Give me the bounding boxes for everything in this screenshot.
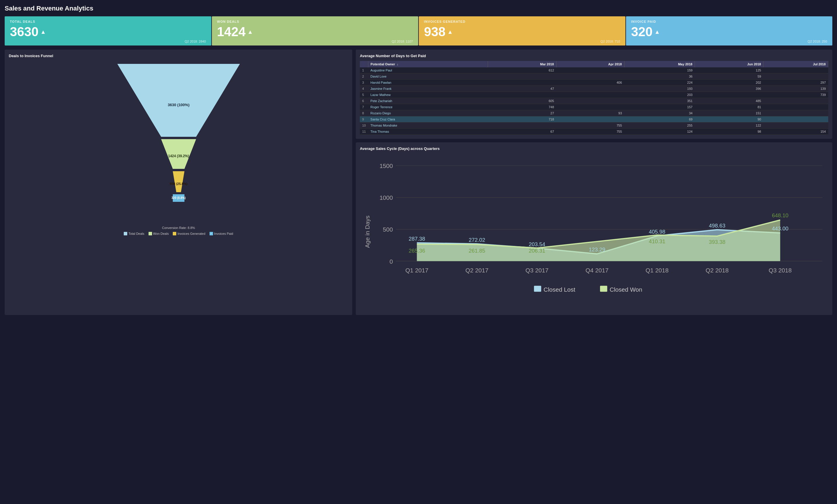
- cell-jul: 139: [763, 86, 828, 92]
- cell-jun: 151: [695, 110, 763, 116]
- legend-invoices-paid-label: Invoices Paid: [214, 232, 233, 236]
- cell-jun: 81: [695, 104, 763, 110]
- cell-name: Pete Zachariah: [368, 98, 488, 104]
- svg-text:1000: 1000: [380, 194, 393, 201]
- avg-days-title: Average Number of Days to Get Paid: [360, 54, 828, 58]
- cell-may: 224: [624, 80, 695, 86]
- svg-text:203.54: 203.54: [529, 241, 546, 247]
- cell-mar: [488, 92, 556, 98]
- legend-invoices-paid-icon: ✓: [210, 232, 213, 236]
- svg-text:938 (25.8%): 938 (25.8%): [170, 182, 188, 186]
- cell-name: Augustine Paul: [368, 68, 488, 74]
- col-owner[interactable]: Potential Owner ↓: [368, 61, 488, 68]
- cell-may: 255: [624, 123, 695, 129]
- cell-apr: 755: [556, 123, 624, 129]
- cell-jul: 739: [763, 92, 828, 98]
- funnel-svg: 3630 (100%) 1424 (39.2%) 938 (25.8%) 320…: [111, 61, 246, 224]
- chart-wrapper: Age in Days 0 500 1000 1500: [360, 154, 828, 311]
- kpi-won-deals-value: 1424 ▲: [217, 24, 413, 39]
- cell-mar: 612: [488, 68, 556, 74]
- cell-idx: 6: [360, 98, 368, 104]
- kpi-invoice-paid-value: 320 ▲: [631, 24, 827, 39]
- cell-apr: [556, 98, 624, 104]
- funnel-panel: Deals to Invoices Funnel 3630 (100%) 142…: [5, 50, 352, 315]
- legend-total-deals-label: Total Deals: [128, 232, 144, 236]
- legend-total-deals-icon: [124, 232, 127, 236]
- cell-jun: 98: [695, 129, 763, 135]
- cell-idx: 4: [360, 86, 368, 92]
- svg-text:Q3 2017: Q3 2017: [526, 267, 549, 274]
- legend-won-deals: Won Deals: [148, 232, 169, 236]
- col-jun[interactable]: Jun 2018: [695, 61, 763, 68]
- cell-jul: 297: [763, 80, 828, 86]
- col-may[interactable]: May 2018: [624, 61, 695, 68]
- svg-text:272.02: 272.02: [469, 237, 485, 243]
- legend-invoices-generated-icon: [173, 232, 176, 236]
- cell-may: 193: [624, 86, 695, 92]
- svg-text:393.38: 393.38: [709, 239, 726, 245]
- table-row: 8 Rozario Diego 27 93 34 151: [360, 110, 828, 116]
- svg-text:405.98: 405.98: [649, 229, 665, 235]
- col-idx: [360, 61, 368, 68]
- table-row: 11 Tina Thomas 67 755 124 98 154: [360, 129, 828, 135]
- cell-mar: 718: [488, 116, 556, 123]
- cell-apr: [556, 74, 624, 80]
- table-row: 4 Jasmine Frank 47 193 396 139: [360, 86, 828, 92]
- main-row: Deals to Invoices Funnel 3630 (100%) 142…: [5, 50, 832, 315]
- kpi-total-deals-value: 3630 ▲: [10, 24, 206, 39]
- kpi-invoice-paid-sub: Q2 2018: 250: [631, 40, 827, 43]
- cell-jul: [763, 68, 828, 74]
- cell-mar: 27: [488, 110, 556, 116]
- col-jul[interactable]: Jul 2018: [763, 61, 828, 68]
- cell-jun: 396: [695, 86, 763, 92]
- svg-text:123.29: 123.29: [589, 246, 606, 253]
- cell-may: 34: [624, 110, 695, 116]
- kpi-won-deals-label: WON DEALS: [217, 20, 413, 23]
- funnel-legend: Total Deals Won Deals Invoices Generated…: [9, 232, 348, 236]
- col-mar[interactable]: Mar 2018: [488, 61, 556, 68]
- svg-rect-35: [600, 286, 607, 292]
- table-row: 5 Lazar Mathew 203 739: [360, 92, 828, 98]
- svg-text:Closed Won: Closed Won: [610, 286, 642, 293]
- kpi-total-deals-label: TOTAL DEALS: [10, 20, 206, 23]
- cell-apr: 755: [556, 129, 624, 135]
- svg-text:261.85: 261.85: [469, 248, 485, 254]
- sales-cycle-svg: Age in Days 0 500 1000 1500: [360, 154, 828, 310]
- svg-text:1500: 1500: [380, 163, 393, 169]
- cell-mar: 67: [488, 129, 556, 135]
- cell-may: 203: [624, 92, 695, 98]
- svg-text:206.31: 206.31: [529, 248, 546, 254]
- svg-text:Q3 2018: Q3 2018: [769, 267, 792, 274]
- svg-text:0: 0: [390, 258, 393, 265]
- legend-won-deals-icon: [148, 232, 152, 236]
- cell-may: 36: [624, 74, 695, 80]
- cell-apr: [556, 92, 624, 98]
- kpi-won-deals-sub: Q2 2018: 1107: [217, 40, 413, 43]
- col-apr[interactable]: Apr 2018: [556, 61, 624, 68]
- cell-mar: [488, 123, 556, 129]
- cell-name: Tina Thomas: [368, 129, 488, 135]
- cell-idx: 10: [360, 123, 368, 129]
- cell-may: 157: [624, 104, 695, 110]
- cell-mar: [488, 74, 556, 80]
- funnel-segment-total: [117, 64, 240, 137]
- cell-idx: 11: [360, 129, 368, 135]
- cell-may: 124: [624, 129, 695, 135]
- legend-invoices-paid: ✓ Invoices Paid: [210, 232, 233, 236]
- svg-text:Q1 2017: Q1 2017: [405, 267, 428, 274]
- cell-jul: [763, 116, 828, 123]
- kpi-total-deals: TOTAL DEALS 3630 ▲ Q2 2018: 2840: [5, 16, 211, 45]
- cell-name: Thomas Mondrake: [368, 123, 488, 129]
- table-row: 9 Santa Cruz Clara 718 69 90: [360, 116, 828, 123]
- page-title: Sales and Revenue Analytics: [5, 5, 832, 12]
- svg-text:3630 (100%): 3630 (100%): [167, 102, 189, 107]
- cell-mar: 748: [488, 104, 556, 110]
- table-row: 6 Pete Zachariah 605 351 485: [360, 98, 828, 104]
- svg-text:443.00: 443.00: [772, 225, 788, 231]
- cell-idx: 2: [360, 74, 368, 80]
- avg-days-table: Potential Owner ↓ Mar 2018 Apr 2018 May …: [360, 61, 828, 135]
- legend-invoices-generated: Invoices Generated: [173, 232, 205, 236]
- cell-jun: 125: [695, 68, 763, 74]
- sales-cycle-title: Average Sales Cycle (Days) across Quarte…: [360, 146, 828, 151]
- cell-jul: [763, 123, 828, 129]
